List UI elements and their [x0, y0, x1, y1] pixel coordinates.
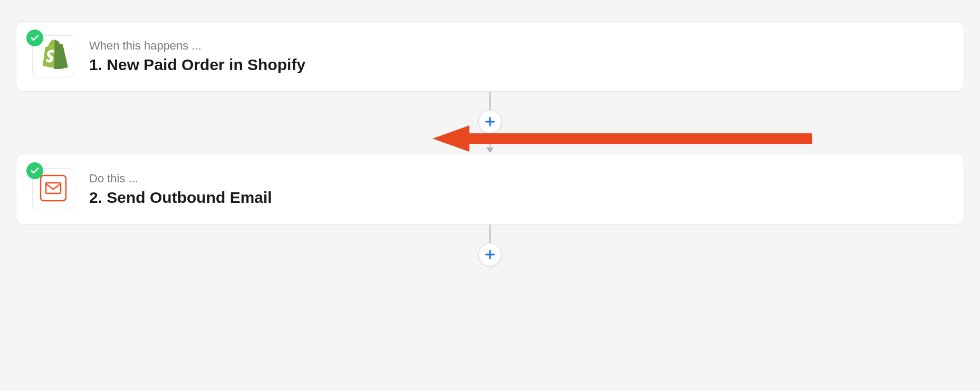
status-ok-badge	[26, 162, 43, 179]
workflow-container: When this happens ... 1. New Paid Order …	[0, 0, 980, 287]
add-step-button[interactable]	[478, 110, 502, 133]
arrowhead-icon	[486, 148, 494, 153]
check-icon	[30, 33, 40, 43]
svg-rect-3	[46, 183, 61, 193]
step-subtitle: When this happens ...	[89, 39, 305, 53]
step-title: 2. Send Outbound Email	[89, 189, 272, 207]
step-text-block: When this happens ... 1. New Paid Order …	[89, 39, 305, 74]
connector-line	[489, 133, 491, 152]
shopify-icon	[39, 38, 68, 74]
step-connector-tail	[16, 224, 964, 266]
status-ok-badge	[26, 30, 43, 46]
svg-rect-2	[41, 175, 66, 201]
step-subtitle: Do this ...	[89, 172, 272, 185]
connector-line	[489, 224, 491, 243]
add-step-button[interactable]	[478, 243, 502, 266]
app-icon-box	[32, 35, 74, 77]
check-icon	[30, 166, 40, 175]
plus-icon	[484, 116, 496, 128]
step-text-block: Do this ... 2. Send Outbound Email	[89, 172, 272, 207]
step-connector	[16, 92, 964, 154]
action-step-card[interactable]: Do this ... 2. Send Outbound Email	[16, 154, 964, 224]
trigger-step-card[interactable]: When this happens ... 1. New Paid Order …	[16, 21, 964, 92]
plus-icon	[484, 249, 496, 260]
email-icon	[39, 173, 68, 205]
app-icon-box	[32, 168, 74, 210]
connector-line	[489, 92, 491, 110]
step-title: 1. New Paid Order in Shopify	[89, 56, 305, 74]
